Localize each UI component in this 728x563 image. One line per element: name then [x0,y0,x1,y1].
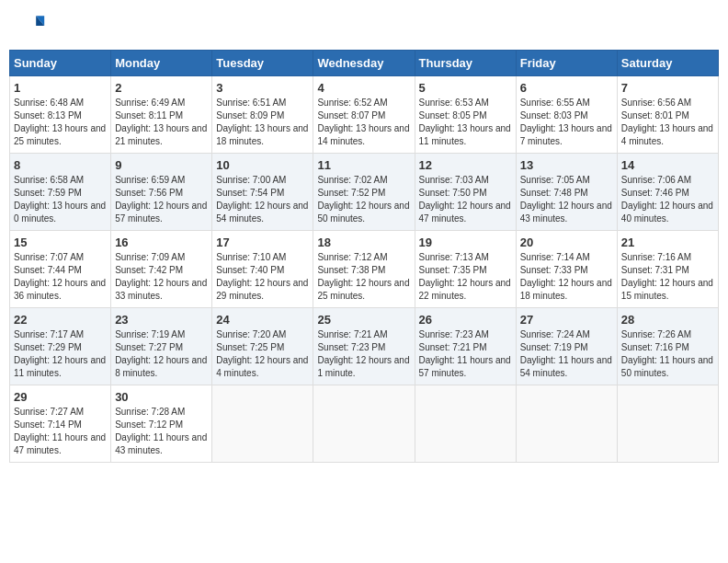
day-number: 9 [115,158,208,172]
calendar-day-cell: 5Sunrise: 6:53 AMSunset: 8:05 PMDaylight… [415,76,516,154]
calendar-day-cell: 28Sunrise: 7:26 AMSunset: 7:16 PMDayligh… [617,308,718,385]
day-info: Sunrise: 7:05 AMSunset: 7:48 PMDaylight:… [520,174,613,225]
day-number: 11 [317,158,410,172]
calendar-week-row: 29Sunrise: 7:27 AMSunset: 7:14 PMDayligh… [10,385,719,463]
calendar-week-row: 15Sunrise: 7:07 AMSunset: 7:44 PMDayligh… [10,231,719,308]
calendar-day-cell: 17Sunrise: 7:10 AMSunset: 7:40 PMDayligh… [212,231,313,308]
logo [13,9,50,42]
calendar-day-cell: 15Sunrise: 7:07 AMSunset: 7:44 PMDayligh… [10,231,111,308]
day-info: Sunrise: 7:06 AMSunset: 7:46 PMDaylight:… [621,174,714,225]
day-number: 21 [621,236,714,249]
day-info: Sunrise: 6:58 AMSunset: 7:59 PMDaylight:… [14,174,107,225]
day-info: Sunrise: 6:51 AMSunset: 8:09 PMDaylight:… [216,97,309,148]
day-info: Sunrise: 6:48 AMSunset: 8:13 PMDaylight:… [14,97,107,148]
day-number: 22 [14,313,107,327]
calendar-day-cell: 10Sunrise: 7:00 AMSunset: 7:54 PMDayligh… [212,154,313,231]
day-info: Sunrise: 7:24 AMSunset: 7:19 PMDaylight:… [520,328,613,380]
calendar-day-cell: 22Sunrise: 7:17 AMSunset: 7:29 PMDayligh… [10,308,111,385]
day-info: Sunrise: 6:52 AMSunset: 8:07 PMDaylight:… [317,97,410,148]
day-number: 27 [520,313,613,327]
day-number: 20 [520,236,613,249]
calendar-day-cell: 16Sunrise: 7:09 AMSunset: 7:42 PMDayligh… [111,231,212,308]
calendar-day-cell: 9Sunrise: 6:59 AMSunset: 7:56 PMDaylight… [111,154,212,231]
calendar-day-cell: 1Sunrise: 6:48 AMSunset: 8:13 PMDaylight… [10,76,111,154]
calendar-week-row: 22Sunrise: 7:17 AMSunset: 7:29 PMDayligh… [10,308,719,385]
day-number: 29 [14,390,107,404]
day-info: Sunrise: 7:09 AMSunset: 7:42 PMDaylight:… [115,251,208,303]
calendar-day-cell [415,385,516,463]
day-number: 16 [115,236,208,249]
calendar-day-cell [617,385,718,463]
day-info: Sunrise: 7:27 AMSunset: 7:14 PMDaylight:… [14,406,107,457]
calendar-day-cell: 24Sunrise: 7:20 AMSunset: 7:25 PMDayligh… [212,308,313,385]
day-info: Sunrise: 7:17 AMSunset: 7:29 PMDaylight:… [14,328,107,380]
day-info: Sunrise: 7:10 AMSunset: 7:40 PMDaylight:… [216,251,309,303]
calendar-day-cell: 29Sunrise: 7:27 AMSunset: 7:14 PMDayligh… [10,385,111,463]
calendar-day-cell: 4Sunrise: 6:52 AMSunset: 8:07 PMDaylight… [313,76,415,154]
day-info: Sunrise: 7:21 AMSunset: 7:23 PMDaylight:… [317,328,410,380]
day-info: Sunrise: 7:12 AMSunset: 7:38 PMDaylight:… [317,251,410,303]
header-tuesday: Tuesday [212,51,313,76]
day-number: 14 [621,158,714,172]
day-info: Sunrise: 7:07 AMSunset: 7:44 PMDaylight:… [14,251,107,303]
day-number: 10 [216,158,309,172]
day-number: 13 [520,158,613,172]
calendar-day-cell [313,385,415,463]
calendar-day-cell: 8Sunrise: 6:58 AMSunset: 7:59 PMDaylight… [10,154,111,231]
day-number: 8 [14,158,107,172]
calendar-table: SundayMondayTuesdayWednesdayThursdayFrid… [9,50,719,463]
day-number: 15 [14,236,107,249]
day-info: Sunrise: 7:23 AMSunset: 7:21 PMDaylight:… [419,328,512,380]
calendar-day-cell: 3Sunrise: 6:51 AMSunset: 8:09 PMDaylight… [212,76,313,154]
day-number: 17 [216,236,309,249]
day-number: 30 [115,390,208,404]
calendar-day-cell: 7Sunrise: 6:56 AMSunset: 8:01 PMDaylight… [617,76,718,154]
day-info: Sunrise: 7:03 AMSunset: 7:50 PMDaylight:… [419,174,512,225]
day-number: 18 [317,236,410,249]
day-info: Sunrise: 7:02 AMSunset: 7:52 PMDaylight:… [317,174,410,225]
calendar-day-cell: 2Sunrise: 6:49 AMSunset: 8:11 PMDaylight… [111,76,212,154]
calendar-day-cell [516,385,617,463]
calendar-week-row: 8Sunrise: 6:58 AMSunset: 7:59 PMDaylight… [10,154,719,231]
day-number: 1 [14,81,107,95]
day-info: Sunrise: 6:59 AMSunset: 7:56 PMDaylight:… [115,174,208,225]
day-number: 4 [317,81,410,95]
day-number: 24 [216,313,309,327]
calendar-day-cell: 20Sunrise: 7:14 AMSunset: 7:33 PMDayligh… [516,231,617,308]
logo-icon [13,9,46,42]
day-number: 6 [520,81,613,95]
day-number: 7 [621,81,714,95]
calendar-day-cell: 23Sunrise: 7:19 AMSunset: 7:27 PMDayligh… [111,308,212,385]
day-info: Sunrise: 7:00 AMSunset: 7:54 PMDaylight:… [216,174,309,225]
day-number: 5 [419,81,512,95]
day-number: 23 [115,313,208,327]
header-monday: Monday [111,51,212,76]
page-header [9,9,719,42]
day-number: 2 [115,81,208,95]
day-number: 26 [419,313,512,327]
day-info: Sunrise: 6:53 AMSunset: 8:05 PMDaylight:… [419,97,512,148]
day-number: 25 [317,313,410,327]
header-wednesday: Wednesday [313,51,415,76]
day-number: 3 [216,81,309,95]
calendar-day-cell: 14Sunrise: 7:06 AMSunset: 7:46 PMDayligh… [617,154,718,231]
day-info: Sunrise: 7:16 AMSunset: 7:31 PMDaylight:… [621,251,714,303]
day-info: Sunrise: 7:19 AMSunset: 7:27 PMDaylight:… [115,328,208,380]
calendar-day-cell: 26Sunrise: 7:23 AMSunset: 7:21 PMDayligh… [415,308,516,385]
day-info: Sunrise: 7:20 AMSunset: 7:25 PMDaylight:… [216,328,309,380]
day-info: Sunrise: 6:49 AMSunset: 8:11 PMDaylight:… [115,97,208,148]
calendar-day-cell: 12Sunrise: 7:03 AMSunset: 7:50 PMDayligh… [415,154,516,231]
header-saturday: Saturday [617,51,718,76]
day-number: 19 [419,236,512,249]
day-info: Sunrise: 7:28 AMSunset: 7:12 PMDaylight:… [115,406,208,457]
day-info: Sunrise: 6:55 AMSunset: 8:03 PMDaylight:… [520,97,613,148]
calendar-day-cell: 6Sunrise: 6:55 AMSunset: 8:03 PMDaylight… [516,76,617,154]
calendar-day-cell [212,385,313,463]
day-info: Sunrise: 7:26 AMSunset: 7:16 PMDaylight:… [621,328,714,380]
calendar-day-cell: 19Sunrise: 7:13 AMSunset: 7:35 PMDayligh… [415,231,516,308]
header-thursday: Thursday [415,51,516,76]
day-info: Sunrise: 7:14 AMSunset: 7:33 PMDaylight:… [520,251,613,303]
calendar-week-row: 1Sunrise: 6:48 AMSunset: 8:13 PMDaylight… [10,76,719,154]
calendar-day-cell: 27Sunrise: 7:24 AMSunset: 7:19 PMDayligh… [516,308,617,385]
calendar-day-cell: 25Sunrise: 7:21 AMSunset: 7:23 PMDayligh… [313,308,415,385]
